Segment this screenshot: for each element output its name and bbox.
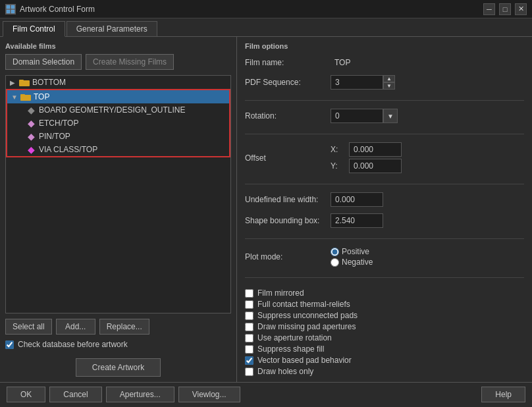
film-mirrored-checkbox[interactable] [245,289,253,298]
film-name-value: TOP [331,57,354,68]
use-aperture-row: Use aperture rotation [245,333,524,342]
shape-bbox-row: Shape bounding box: [245,213,524,228]
tree-item-via-top[interactable]: ◆ VIA CLASS/TOP [7,143,229,156]
undefined-line-input[interactable] [331,192,383,207]
rotation-dropdown-button[interactable]: ▼ [383,109,398,123]
create-artwork-row: Create Artwork [5,358,231,377]
svg-rect-5 [19,80,24,82]
offset-xy-group: X: Y: [331,142,402,173]
create-missing-films-button[interactable]: Create Missing Films [86,54,174,70]
positive-label: Positive [342,247,369,256]
shape-bbox-input[interactable] [331,213,383,228]
tab-film-control[interactable]: Film Control [3,21,65,37]
pdf-sequence-up-button[interactable]: ▲ [383,75,395,82]
film-name-label: Film name: [245,58,331,67]
diamond-icon-etch: ◆ [26,119,36,128]
cancel-button[interactable]: Cancel [49,387,101,402]
tree-label-etch-top: ETCH/TOP [39,119,78,128]
add-button[interactable]: Add... [56,319,95,335]
vector-based-row: Vector based pad behavior [245,356,524,365]
tree-label-top: TOP [34,92,49,101]
selected-group: ▼ TOP ◆ BOARD GEOMETRY/DESIGN_OUTLINE ◆ … [6,89,230,157]
vector-based-checkbox[interactable] [245,356,253,365]
films-tree[interactable]: ▶ BOTTOM ▼ TOP ◆ BOA [5,75,231,313]
pdf-sequence-input[interactable] [331,75,383,90]
rotation-label: Rotation: [245,111,331,121]
tab-general-parameters[interactable]: General Parameters [66,21,157,36]
tree-label-via-top: VIA CLASS/TOP [39,145,97,154]
svg-rect-7 [20,94,25,96]
diamond-icon-pin: ◆ [26,132,36,141]
svg-rect-3 [11,10,14,13]
plot-mode-label: Plot mode: [245,252,331,261]
app-icon [5,4,16,14]
draw-holes-checkbox[interactable] [245,367,253,376]
tree-item-top[interactable]: ▼ TOP [7,90,229,103]
top-buttons-row: Domain Selection Create Missing Films [5,54,231,70]
film-options-title: Film options [245,42,524,50]
negative-radio[interactable] [331,258,339,267]
tree-label-pin-top: PIN/TOP [39,132,70,141]
radio-negative-row: Negative [331,258,373,267]
suppress-unconnected-row: Suppress unconnected pads [245,311,524,320]
title-bar: Artwork Control Form ─ □ ✕ [0,0,532,18]
radio-positive-row: Positive [331,247,373,256]
shape-bbox-label: Shape bounding box: [245,216,331,225]
tab-bar: Film Control General Parameters [0,18,532,37]
suppress-unconnected-label: Suppress unconnected pads [257,311,358,320]
svg-rect-0 [7,5,10,9]
offset-y-input[interactable] [349,159,402,173]
create-artwork-button[interactable]: Create Artwork [76,358,161,377]
action-buttons: Select all Add... Replace... [5,319,231,335]
separator-1 [245,100,524,101]
suppress-unconnected-checkbox[interactable] [245,312,253,320]
check-database-checkbox[interactable] [5,340,14,349]
domain-selection-button[interactable]: Domain Selection [5,54,82,70]
suppress-shape-row: Suppress shape fill [245,344,524,354]
replace-button[interactable]: Replace... [99,319,149,335]
positive-radio[interactable] [331,248,339,256]
plot-mode-row: Plot mode: Positive Negative [245,247,524,267]
draw-missing-checkbox[interactable] [245,323,253,331]
bottom-bar: OK Cancel Apertures... Viewlog... Help [0,382,532,406]
offset-x-row: X: [331,142,402,157]
expand-arrow-bottom: ▶ [10,79,18,86]
film-name-row: Film name: TOP [245,57,524,68]
use-aperture-checkbox[interactable] [245,334,253,342]
tree-item-pin-top[interactable]: ◆ PIN/TOP [7,130,229,143]
ok-button[interactable]: OK [7,387,45,402]
draw-missing-row: Draw missing pad apertures [245,322,524,331]
pdf-sequence-down-button[interactable]: ▼ [383,82,395,90]
svg-rect-2 [7,10,10,13]
rotation-input[interactable] [331,109,383,123]
full-contact-checkbox[interactable] [245,300,253,309]
maximize-button[interactable]: □ [499,3,511,15]
suppress-shape-checkbox[interactable] [245,345,253,354]
suppress-shape-label: Suppress shape fill [257,344,324,354]
vector-based-label: Vector based pad behavior [257,356,352,365]
window-controls: ─ □ ✕ [483,3,527,15]
help-button[interactable]: Help [481,387,525,402]
check-database-label: Check database before artwork [18,340,128,349]
viewlog-button[interactable]: Viewlog... [178,387,240,402]
offset-x-label: X: [331,145,344,154]
main-content: Available films Domain Selection Create … [0,37,532,382]
offset-x-input[interactable] [349,142,402,157]
rotation-row: Rotation: ▼ [245,109,524,123]
apertures-button[interactable]: Apertures... [106,387,174,402]
tree-item-board-geo[interactable]: ◆ BOARD GEOMETRY/DESIGN_OUTLINE [7,103,229,117]
separator-2 [245,134,524,134]
negative-label: Negative [342,258,373,267]
plot-mode-radio-group: Positive Negative [331,247,373,267]
tree-label-bottom: BOTTOM [32,78,66,87]
tree-item-bottom[interactable]: ▶ BOTTOM [6,76,230,89]
expand-arrow-top: ▼ [11,94,19,101]
diamond-icon-via: ◆ [26,145,36,154]
tree-item-etch-top[interactable]: ◆ ETCH/TOP [7,117,229,130]
select-all-button[interactable]: Select all [5,319,52,335]
folder-icon-top [20,92,31,101]
minimize-button[interactable]: ─ [483,3,495,15]
close-button[interactable]: ✕ [515,3,527,15]
window-title: Artwork Control Form [20,5,483,14]
offset-row: Offset X: Y: [245,142,524,173]
